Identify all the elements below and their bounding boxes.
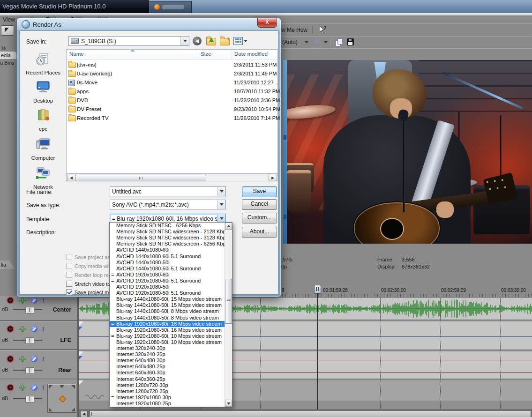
column-date[interactable]: Date modified [234,51,268,57]
envelope-handle-icon[interactable] [79,327,82,330]
mute-icon[interactable] [31,384,37,391]
combo-dropdown-button[interactable] [217,200,225,209]
volume-slider[interactable] [13,307,42,313]
file-row[interactable]: Recorded TV11/26/2010 7:14 PM [67,114,277,123]
slider-thumb[interactable] [25,337,34,344]
template-option[interactable]: Blu-ray 1440x1080-50i, 8 Mbps video stre… [110,315,225,321]
back-button-icon[interactable] [193,37,202,45]
save-button[interactable]: Save [242,186,277,197]
dropdown-scrollbar[interactable] [225,223,232,407]
surround-panner[interactable] [47,384,76,413]
tab-media-bottom[interactable]: lia [0,261,15,269]
preview-quality-value[interactable]: (Auto) [282,39,298,45]
fader-icon[interactable] [19,326,26,332]
close-button[interactable]: X [257,18,277,28]
column-name[interactable]: Name [69,51,84,57]
menu-item-view[interactable]: View [3,16,15,23]
template-option-selected[interactable]: =Blu-ray 1920x1080-60i, 16 Mbps video st… [110,321,225,327]
about-button[interactable]: About... [242,227,277,238]
template-option[interactable]: AVCHD 1440x1080-50i [110,260,225,266]
template-option[interactable]: Memory Stick SD NTSC - 6256 Kbps [110,223,225,229]
custom-button[interactable]: Custom... [242,213,277,223]
record-arm-icon[interactable] [7,325,14,333]
template-option[interactable]: AVCHD 1440x1080-60i [110,247,225,253]
volume-slider[interactable] [13,396,42,402]
file-list[interactable]: Name Size Date modified [dvr-ms]2/3/2011… [66,49,278,174]
record-arm-icon[interactable] [7,384,14,391]
mute-icon[interactable] [31,297,37,304]
file-row[interactable]: [dvr-ms]2/3/2011 11:53 PM [67,60,277,69]
template-option[interactable]: AVCHD 1920x1080-50i [110,284,225,290]
save-snapshot-icon[interactable] [347,38,354,45]
solo-exclamation-icon[interactable]: ! [42,298,44,304]
new-folder-icon[interactable] [220,38,230,45]
template-option[interactable]: AVCHD 1440x1080-50i 5.1 Surround [110,266,225,272]
template-option[interactable]: Internet 640x360-25p [110,376,225,382]
template-option[interactable]: Internet 320x240-25p [110,351,225,357]
checkbox-checked[interactable] [66,289,72,295]
column-size[interactable]: Size [201,51,211,57]
file-row[interactable]: apps10/7/2010 11:32 PM [67,87,277,96]
chevron-down-icon[interactable] [244,40,247,42]
file-row[interactable]: DV-Preset9/23/2010 10:54 PM [67,105,277,114]
playhead-cursor[interactable] [317,286,318,410]
volume-slider[interactable] [13,337,42,343]
chevron-down-icon[interactable] [305,41,308,44]
place-cpc[interactable]: cpc [22,107,65,132]
place-recent-places[interactable]: Recent Places [22,51,65,75]
mute-icon[interactable] [31,326,37,332]
envelope-handle-icon[interactable] [79,356,82,360]
view-menu-icon[interactable] [233,37,243,45]
template-option[interactable]: Blu-ray 1920x1080-50i, 16 Mbps video str… [110,327,225,333]
save-in-combobox[interactable]: S_189GB (S:) [68,36,189,46]
pointer-tool-icon[interactable] [1,25,14,36]
solo-exclamation-icon[interactable]: ! [42,356,44,362]
volume-slider[interactable] [13,367,42,373]
template-option[interactable]: Memory Stick SD NTSC widescreen - 6256 K… [110,241,225,247]
timeline-marker[interactable] [314,285,321,294]
record-arm-icon[interactable] [7,355,14,363]
help-cursor-icon[interactable]: ? [318,25,327,35]
pan-position-diamond[interactable] [59,395,67,403]
tab-media[interactable]: edia [0,52,16,59]
template-option[interactable]: =AVCHD 1920x1080-60i 5.1 Surround [110,278,225,284]
file-row[interactable]: 0s-Move11/23/2010 12:27 .. [67,78,277,87]
solo-exclamation-icon[interactable]: ! [42,385,44,391]
overlay-grid-icon[interactable] [314,39,321,45]
checkbox[interactable] [66,281,72,287]
scroll-up-button[interactable] [225,223,232,230]
place-desktop[interactable]: Desktop [22,79,65,104]
combo-dropdown-button[interactable] [217,187,225,196]
show-me-how-label[interactable]: w Me How [281,27,307,33]
template-option[interactable]: =Blu-ray 1920x1080-60i, 10 Mbps video st… [110,333,225,339]
template-option[interactable]: Memory Stick SD NTSC widescreen - 3128 K… [110,235,225,241]
cancel-button[interactable]: Cancel [242,199,277,210]
tab-media-bins[interactable]: a Bins [0,60,15,66]
timeline-horizontal-scrollbar[interactable]: ◀ [79,410,532,417]
template-option[interactable]: Blu-ray 1440x1080-60i, 15 Mbps video str… [110,296,225,302]
template-option[interactable]: Internet 640x360-30p [110,370,225,376]
template-option[interactable]: Internet 1280x720-25p [110,388,225,395]
place-computer[interactable]: Computer [22,136,65,161]
template-option[interactable]: =Internet 1920x1080-30p [110,395,225,401]
copy-snapshot-icon[interactable] [336,38,343,46]
template-option[interactable]: Internet 1920x1080-25p [110,401,225,407]
template-option[interactable]: Internet 640x480-30p [110,357,225,364]
scroll-left-button[interactable]: ◀ [67,175,75,181]
template-option[interactable]: AVCHD 1920x1080-50i 5.1 Surround [110,290,225,296]
slider-thumb[interactable] [25,367,34,374]
template-option[interactable]: Blu-ray 1920x1080-50i, 10 Mbps video str… [110,339,225,345]
template-option[interactable]: Internet 640x480-25p [110,364,225,370]
fader-icon[interactable] [19,298,26,304]
save-as-type-combobox[interactable]: Sony AVC (*.mp4;*.m2ts;*.avc) [110,200,226,209]
combo-dropdown-button[interactable] [180,37,189,45]
template-option[interactable]: Memory Stick SD NTSC widescreen - 2128 K… [110,229,225,235]
template-dropdown-list[interactable]: Memory Stick SD NTSC - 6256 KbpsMemory S… [109,222,232,407]
fader-icon[interactable] [19,385,26,391]
file-row[interactable]: DVD11/22/2010 3:36 PM [67,96,277,105]
file-name-combobox[interactable]: Untitled.avc [110,186,226,196]
fade-handle-icon[interactable] [79,321,83,326]
file-row[interactable]: 0-avi (working)2/3/2011 11:49 PM [67,69,277,78]
record-arm-icon[interactable] [7,297,14,304]
fade-handle-icon[interactable] [79,351,83,356]
